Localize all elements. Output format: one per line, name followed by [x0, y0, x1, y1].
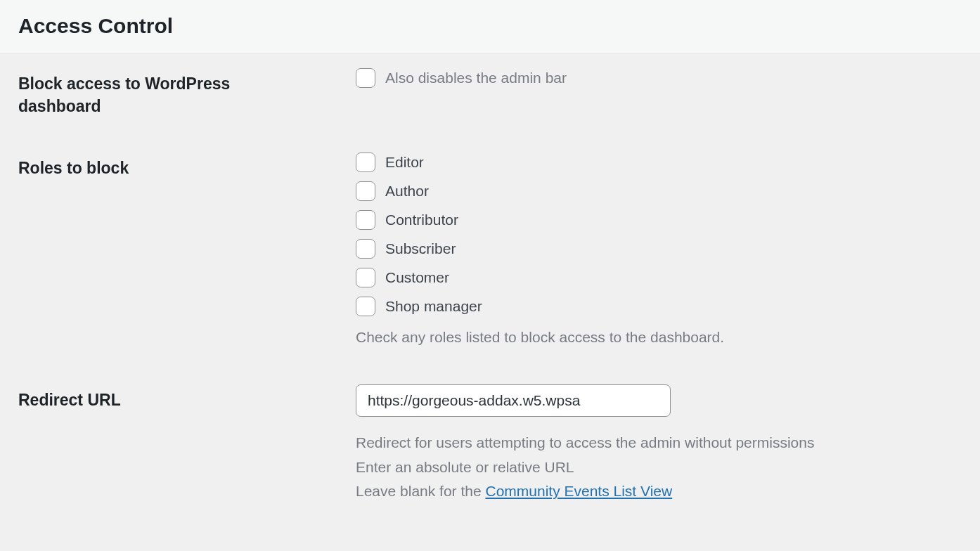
- setting-roles-to-block: Roles to block Editor Author Contributor…: [18, 153, 962, 349]
- setting-block-access: Block access to WordPress dashboard Also…: [18, 68, 962, 117]
- setting-control: Also disables the admin bar: [356, 68, 962, 88]
- setting-redirect-url: Redirect URL Redirect for users attempti…: [18, 384, 962, 504]
- setting-label: Block access to WordPress dashboard: [18, 68, 356, 117]
- role-customer-label[interactable]: Customer: [385, 269, 449, 286]
- page-title: Access Control: [18, 14, 962, 38]
- roles-label: Roles to block: [18, 157, 314, 179]
- community-events-link[interactable]: Community Events List View: [485, 483, 672, 499]
- settings-table: Block access to WordPress dashboard Also…: [0, 54, 980, 532]
- setting-control: Editor Author Contributor Subscriber Cus…: [356, 153, 962, 349]
- role-shop-manager-label[interactable]: Shop manager: [385, 298, 482, 315]
- role-editor-checkbox[interactable]: [356, 153, 375, 172]
- role-checkbox-wrap: Subscriber: [356, 239, 962, 259]
- setting-label: Roles to block: [18, 153, 356, 179]
- role-shop-manager-checkbox[interactable]: [356, 297, 375, 316]
- role-editor-label[interactable]: Editor: [385, 154, 424, 171]
- role-contributor-label[interactable]: Contributor: [385, 212, 458, 228]
- role-subscriber-checkbox[interactable]: [356, 239, 375, 259]
- role-contributor-checkbox[interactable]: [356, 210, 375, 230]
- role-author-checkbox[interactable]: [356, 181, 375, 201]
- block-access-checkbox[interactable]: [356, 68, 375, 88]
- role-checkbox-wrap: Author: [356, 181, 962, 201]
- roles-help-text: Check any roles listed to block access t…: [356, 325, 962, 349]
- section-header: Access Control: [0, 0, 980, 54]
- block-access-checkbox-label[interactable]: Also disables the admin bar: [385, 70, 567, 86]
- role-checkbox-wrap: Shop manager: [356, 297, 962, 316]
- redirect-url-label: Redirect URL: [18, 389, 314, 411]
- role-checkbox-wrap: Editor: [356, 153, 962, 172]
- role-checkbox-wrap: Customer: [356, 268, 962, 287]
- role-checkbox-wrap: Contributor: [356, 210, 962, 230]
- redirect-help-line2: Enter an absolute or relative URL: [356, 455, 962, 480]
- redirect-help-prefix: Leave blank for the: [356, 483, 485, 499]
- role-subscriber-label[interactable]: Subscriber: [385, 240, 456, 257]
- setting-control: Redirect for users attempting to access …: [356, 384, 962, 504]
- redirect-help: Redirect for users attempting to access …: [356, 431, 962, 504]
- redirect-help-line3: Leave blank for the Community Events Lis…: [356, 479, 962, 504]
- block-access-label: Block access to WordPress dashboard: [18, 72, 314, 117]
- redirect-help-line1: Redirect for users attempting to access …: [356, 431, 962, 455]
- setting-label: Redirect URL: [18, 384, 356, 411]
- checkbox-wrap: Also disables the admin bar: [356, 68, 962, 88]
- role-customer-checkbox[interactable]: [356, 268, 375, 287]
- redirect-url-input[interactable]: [356, 384, 671, 417]
- role-author-label[interactable]: Author: [385, 183, 429, 200]
